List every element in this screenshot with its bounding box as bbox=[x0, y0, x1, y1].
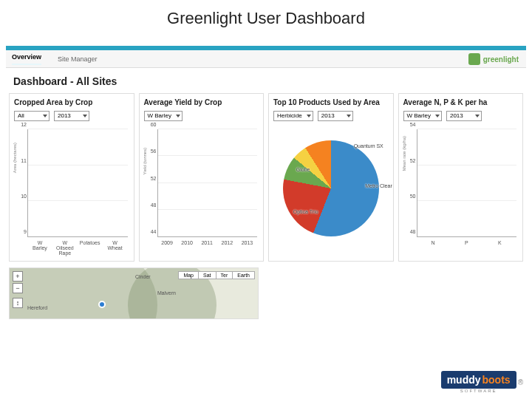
bar-plot: 54 52 50 48 bbox=[417, 129, 517, 237]
map-place-label: Cinder bbox=[135, 274, 151, 279]
panel-title: Average N, P & K per ha bbox=[403, 98, 519, 106]
slide-title: Greenlight User Dashboard bbox=[0, 9, 532, 28]
crop-select[interactable]: All bbox=[14, 111, 50, 121]
map-tab-sat[interactable]: Sat bbox=[198, 271, 216, 279]
brand-text: greenlight bbox=[483, 55, 519, 64]
leaf-icon bbox=[468, 53, 480, 65]
filter-row: All 2013 bbox=[14, 111, 129, 121]
year-select[interactable]: 2013 bbox=[446, 111, 482, 121]
x-axis-labels: 2009 2010 2011 2012 2013 bbox=[157, 240, 258, 250]
panel-avg-yield: Average Yield by Crop W Barley Yield (to… bbox=[139, 93, 265, 262]
filter-row: Herbicide 2013 bbox=[273, 111, 389, 121]
map-place-label: Hereford bbox=[27, 305, 47, 310]
slice-label: Quantum SX bbox=[354, 143, 383, 149]
tab-bar: Overview Site Manager greenlight bbox=[6, 50, 526, 68]
nav-button[interactable]: ↕ bbox=[13, 298, 23, 308]
tab-site-manager[interactable]: Site Manager bbox=[58, 55, 98, 63]
filter-row: W Barley 2013 bbox=[403, 111, 519, 121]
panel-title: Top 10 Products Used by Area bbox=[273, 98, 389, 106]
x-axis-labels: N P K bbox=[417, 240, 517, 250]
panel-row: Cropped Area by Crop All 2013 Area (hect… bbox=[9, 93, 523, 262]
year-select[interactable]: 2013 bbox=[318, 111, 353, 121]
map-marker-icon[interactable] bbox=[98, 301, 106, 308]
app-shell: Overview Site Manager greenlight Dashboa… bbox=[6, 46, 526, 393]
chart-npk: Mean rate (kg/ha) 54 52 50 48 N P K bbox=[403, 126, 519, 250]
registered-icon: ® bbox=[518, 378, 523, 386]
chart-avg-yield: Yield (tonnes) 60 56 52 48 44 bbox=[144, 126, 259, 250]
year-select[interactable]: 2013 bbox=[54, 111, 89, 121]
slice-label: Optica Trio bbox=[293, 209, 318, 214]
crop-select[interactable]: W Barley bbox=[403, 111, 442, 121]
panel-cropped-area: Cropped Area by Crop All 2013 Area (hect… bbox=[9, 93, 134, 262]
tab-overview[interactable]: Overview bbox=[12, 53, 41, 65]
map-place-label: Malvern bbox=[157, 290, 176, 296]
slice-label: Metro Clear bbox=[365, 183, 392, 188]
panel-top-products: Top 10 Products Used by Area Herbicide 2… bbox=[268, 93, 394, 262]
brand-greenlight: greenlight bbox=[468, 53, 519, 65]
filter-row: W Barley bbox=[144, 111, 259, 121]
chart-cropped-area: Area (hectares) 12 11 10 9 W Barley W O bbox=[14, 126, 129, 250]
zoom-out-button[interactable]: − bbox=[13, 283, 23, 293]
panel-title: Average Yield by Crop bbox=[144, 98, 259, 106]
bar-plot: 12 11 10 9 bbox=[27, 129, 128, 237]
zoom-in-button[interactable]: + bbox=[13, 271, 23, 282]
crop-select[interactable]: W Barley bbox=[144, 111, 183, 121]
map-type-tabs: Map Sat Ter Earth bbox=[179, 271, 255, 279]
bar-plot: 60 56 52 48 44 bbox=[157, 129, 258, 237]
chart-top-products: Quantum SX Globe Optica Trio Metro Clear bbox=[272, 126, 390, 250]
panel-map[interactable]: + − ↕ Map Sat Ter Earth Cinder Malvern H… bbox=[9, 267, 259, 319]
x-axis-labels: W Barley W Oilseed Rape Potatoes W Wheat bbox=[27, 240, 128, 250]
panel-title: Cropped Area by Crop bbox=[14, 98, 129, 106]
footer-brand: muddyboots SOFTWARE ® bbox=[441, 371, 523, 393]
muddyboots-logo: muddyboots bbox=[441, 371, 516, 389]
map-tab-ter[interactable]: Ter bbox=[216, 271, 233, 279]
panel-npk: Average N, P & K per ha W Barley 2013 Me… bbox=[398, 93, 524, 262]
brand-subtitle: SOFTWARE bbox=[441, 389, 516, 393]
pie-chart: Quantum SX Globe Optica Trio Metro Clear bbox=[283, 140, 379, 236]
map-tab-map[interactable]: Map bbox=[178, 271, 199, 279]
map-tab-earth[interactable]: Earth bbox=[232, 271, 255, 279]
y-axis-label: Mean rate (kg/ha) bbox=[402, 136, 406, 171]
product-type-select[interactable]: Herbicide bbox=[273, 111, 313, 121]
dashboard-title: Dashboard - All Sites bbox=[13, 75, 117, 87]
slice-label: Globe bbox=[296, 167, 310, 172]
